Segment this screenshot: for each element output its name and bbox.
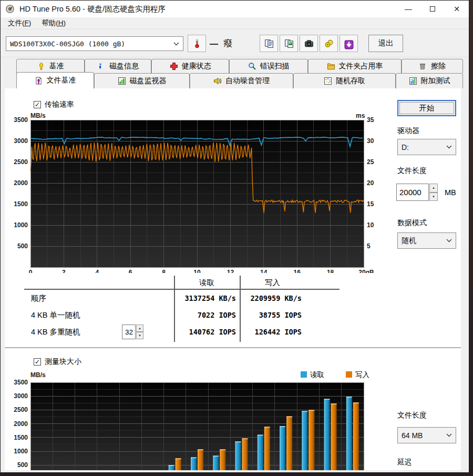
tab-disk-info[interactable]: 磁盘信息 <box>85 59 151 73</box>
titlebar: HD Tune Pro 5.60 - 硬盘/固态硬盘实用程序 — ✕ <box>1 1 469 17</box>
drive-select[interactable]: WDS100T3X0C-00SJG0 (1000 gB) <box>6 36 183 51</box>
read-bar <box>280 426 285 470</box>
svg-text:0: 0 <box>29 269 33 273</box>
write-legend-swatch <box>346 371 352 378</box>
tab-disk-monitor-label: 磁盘监视器 <box>130 76 167 86</box>
write-bar <box>242 438 248 470</box>
transfer-rate-checkbox[interactable]: ✓ 传输速率 <box>34 100 74 109</box>
tab-random-access-label: 随机存取 <box>336 76 365 86</box>
svg-text:14: 14 <box>260 269 268 273</box>
file-length-unit: MB <box>445 188 456 197</box>
read-bar <box>191 458 197 471</box>
y-right-ticks: 3530252015105 <box>367 116 374 250</box>
tab-benchmark[interactable]: 基准 <box>16 59 85 73</box>
tab-folder-usage[interactable]: 文件夹占用率 <box>308 59 402 73</box>
exit-button[interactable]: 退出 <box>368 35 403 52</box>
write-value: 2209959 KB/s <box>243 294 302 302</box>
copy-image-button[interactable] <box>280 35 298 52</box>
tab-file-benchmark[interactable]: 文件基准 <box>16 72 94 88</box>
read-column-header: 读取 <box>175 278 239 288</box>
temperature-button[interactable] <box>188 35 206 52</box>
write-legend-label: 写入 <box>355 371 370 379</box>
menu-file[interactable]: 文件(F) <box>3 17 36 29</box>
tab-random-access[interactable]: 随机存取 <box>293 73 396 88</box>
chevron-down-icon <box>173 42 179 46</box>
spin-up-button[interactable]: ▲ <box>429 184 438 193</box>
svg-text:500: 500 <box>17 461 28 469</box>
desktop-edge-bottom <box>0 473 473 476</box>
write-bar <box>198 449 203 470</box>
y-left-ticks: 350030002500200015001000500 <box>14 116 28 250</box>
queue-depth-spinner[interactable]: 32▲▼ <box>122 325 143 339</box>
copy-text-button[interactable] <box>260 35 278 52</box>
svg-text:10: 10 <box>367 221 374 229</box>
spin-down-button[interactable]: ▼ <box>136 332 143 339</box>
svg-text:3500: 3500 <box>14 116 28 124</box>
screenshot-button[interactable] <box>300 35 318 52</box>
tab-strip: 基准磁盘信息健康状态错误扫描文件夹占用率擦除 文件基准磁盘监视器自动噪音管理随机… <box>1 57 469 88</box>
chevron-down-icon <box>446 239 452 242</box>
svg-text:16: 16 <box>294 269 301 273</box>
svg-text:20gB: 20gB <box>358 269 374 273</box>
write-column-header: 写入 <box>241 278 304 288</box>
start-button[interactable]: 开始 <box>397 100 456 116</box>
temperature-unit: 癈 <box>223 37 232 49</box>
toolbar: WDS100T3X0C-00SJG0 (1000 gB) — 癈 退出 <box>1 29 469 57</box>
health-icon <box>170 62 178 70</box>
read-value: 7022 IOPS <box>177 311 236 319</box>
block-file-length-value: 64 MB <box>402 431 423 440</box>
read-bar <box>258 435 263 470</box>
close-button[interactable]: ✕ <box>445 1 469 17</box>
svg-text:1000: 1000 <box>14 448 28 455</box>
update-button[interactable] <box>340 35 358 52</box>
queue-depth-value[interactable]: 32 <box>122 325 136 339</box>
read-legend-label: 读取 <box>310 371 324 379</box>
tab-erase[interactable]: 擦除 <box>402 59 463 73</box>
table-row-label: 4 KB 多重随机 <box>31 327 80 337</box>
drive-combo[interactable]: D: <box>397 139 456 155</box>
trash-icon <box>419 62 427 70</box>
y-axis-label: MB/s <box>30 371 46 379</box>
read-value: 3137254 KB/s <box>177 294 236 302</box>
data-mode-combo[interactable]: 随机 <box>397 232 456 249</box>
read-bar <box>213 455 219 470</box>
tab-error-scan-label: 错误扫描 <box>260 62 290 71</box>
drive-label: 驱动器 <box>397 126 419 136</box>
camera-icon <box>304 39 314 48</box>
tab-row-1: 基准磁盘信息健康状态错误扫描文件夹占用率擦除 <box>16 59 463 73</box>
read-bar <box>302 411 307 471</box>
tab-health-label: 健康状态 <box>182 62 211 71</box>
block-file-length-combo[interactable]: 64 MB <box>397 427 456 443</box>
write-value: 126442 IOPS <box>243 328 302 336</box>
tab-disk-info-label: 磁盘信息 <box>109 62 139 71</box>
maximize-button[interactable] <box>420 1 445 17</box>
tab-extra-tests[interactable]: 附加测试 <box>396 73 463 88</box>
tab-extra-tests-label: 附加测试 <box>421 76 450 86</box>
file-length-value[interactable]: 20000 <box>396 184 429 201</box>
tab-aam[interactable]: 自动噪音管理 <box>190 73 293 88</box>
read-bar <box>235 441 241 470</box>
file-length-spinner[interactable]: 20000 ▲ ▼ <box>396 184 438 201</box>
svg-text:6: 6 <box>129 269 132 273</box>
tab-health[interactable]: 健康状态 <box>151 59 229 73</box>
spin-down-button[interactable]: ▼ <box>429 193 438 201</box>
speaker-icon <box>213 77 222 85</box>
tab-error-scan[interactable]: 错误扫描 <box>229 59 308 73</box>
menu-help[interactable]: 帮助(H) <box>36 17 71 29</box>
minimize-button[interactable]: — <box>396 1 420 17</box>
spin-up-button[interactable]: ▲ <box>136 325 143 332</box>
write-bar <box>176 458 181 470</box>
file-length-label: 文件长度 <box>397 166 427 176</box>
donate-button[interactable] <box>320 35 338 52</box>
transfer-rate-checkbox-label: 传输速率 <box>45 100 74 109</box>
file-bench-icon <box>35 76 43 85</box>
block-size-checkbox[interactable]: ✓ 测量块大小 <box>34 357 81 367</box>
tab-disk-monitor[interactable]: 磁盘监视器 <box>94 73 190 88</box>
transfer-rate-chart: MB/sms3500300025002000150010005003530252… <box>11 113 379 273</box>
coins-icon <box>324 39 334 48</box>
x-ticks: 02468101214161820gB <box>29 269 374 273</box>
svg-text:30: 30 <box>367 137 374 145</box>
y-right-axis-label: ms <box>356 113 365 119</box>
tab-folder-usage-label: 文件夹占用率 <box>339 62 383 71</box>
section-divider <box>5 347 461 348</box>
